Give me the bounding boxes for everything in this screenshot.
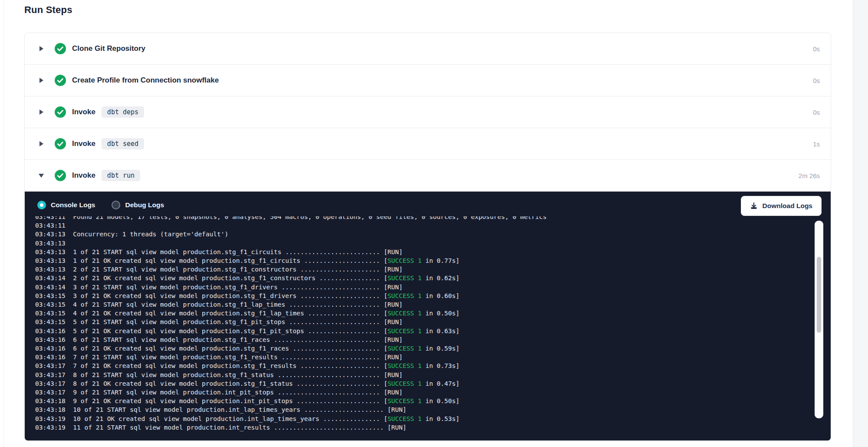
log-toolbar: Console Logs Debug Logs Download Logs	[25, 192, 831, 219]
run-steps-list: Clone Git Repository 0s Create Profile f…	[25, 33, 831, 192]
log-line: 03:43:17 8 of 21 START sql view model pr…	[35, 371, 810, 379]
step-duration: 0s	[813, 109, 820, 116]
step-command-badge: dbt run	[102, 170, 140, 181]
debug-logs-radio[interactable]: Debug Logs	[112, 201, 164, 209]
log-line: 03:43:13 2 of 21 START sql view model pr…	[35, 265, 810, 274]
expand-chevron-icon[interactable]	[39, 109, 44, 116]
log-scrollbar-track[interactable]	[815, 221, 823, 418]
log-line: 03:43:14 3 of 21 START sql view model pr…	[35, 283, 810, 291]
radio-selected-icon[interactable]	[37, 201, 46, 209]
step-row[interactable]: Invoke dbt seed 1s	[25, 128, 831, 160]
step-label: Invoke	[72, 139, 95, 148]
log-line: 03:43:19 11 of 21 START sql view model p…	[35, 423, 810, 432]
download-logs-button[interactable]: Download Logs	[741, 196, 822, 216]
log-line: 03:43:15 4 of 21 START sql view model pr…	[35, 300, 810, 309]
log-line: 03:43:11 Found 21 models, 17 tests, 0 sn…	[35, 216, 810, 221]
page-left-divider	[3, 0, 4, 447]
log-line: 03:43:13 1 of 21 START sql view model pr…	[35, 248, 810, 256]
debug-logs-label: Debug Logs	[125, 201, 164, 209]
log-line: 03:43:13	[35, 239, 810, 248]
log-line: 03:43:13 1 of 21 OK created sql view mod…	[35, 256, 810, 265]
expand-chevron-icon[interactable]	[39, 172, 44, 179]
expand-chevron-icon[interactable]	[39, 140, 44, 147]
page-right-gutter	[853, 0, 868, 447]
log-line: 03:43:17 7 of 21 OK created sql view mod…	[35, 361, 810, 370]
log-line: 03:43:14 2 of 21 OK created sql view mod…	[35, 274, 810, 282]
run-steps-card: Clone Git Repository 0s Create Profile f…	[24, 33, 831, 441]
log-line: 03:43:15 5 of 21 START sql view model pr…	[35, 318, 810, 326]
log-line: 03:43:17 9 of 21 START sql view model pr…	[35, 388, 810, 397]
step-row[interactable]: Invoke dbt deps 0s	[25, 96, 831, 128]
console-log-output[interactable]: 03:43:11 Found 21 models, 17 tests, 0 sn…	[35, 216, 810, 441]
log-line: 03:43:16 7 of 21 START sql view model pr…	[35, 353, 810, 361]
log-line: 03:43:11	[35, 221, 810, 230]
success-check-icon	[55, 43, 66, 54]
log-line: 03:43:18 9 of 21 OK created sql view mod…	[35, 397, 810, 405]
step-label: Create Profile from Connection snowflake	[72, 76, 219, 85]
download-logs-label: Download Logs	[763, 202, 812, 210]
step-duration: 0s	[813, 45, 820, 53]
success-check-icon	[55, 75, 66, 86]
expand-chevron-icon[interactable]	[39, 77, 44, 84]
log-line: 03:43:18 10 of 21 START sql view model p…	[35, 405, 810, 414]
expand-chevron-icon[interactable]	[39, 45, 44, 52]
step-row[interactable]: Clone Git Repository 0s	[25, 33, 831, 65]
success-check-icon	[55, 138, 66, 149]
step-duration: 2m 26s	[799, 172, 820, 179]
log-line: 03:43:16 6 of 21 OK created sql view mod…	[35, 344, 810, 353]
log-line: 03:43:16 6 of 21 START sql view model pr…	[35, 335, 810, 344]
log-line: 03:43:17 8 of 21 OK created sql view mod…	[35, 379, 810, 388]
log-scrollbar-thumb[interactable]	[817, 257, 821, 333]
log-line: 03:43:15 3 of 21 OK created sql view mod…	[35, 291, 810, 300]
page-title: Run Steps	[24, 4, 72, 16]
step-label: Invoke	[72, 171, 95, 180]
step-duration: 1s	[813, 140, 820, 148]
step-command-badge: dbt deps	[102, 106, 144, 118]
download-icon	[750, 202, 758, 210]
step-duration: 0s	[813, 77, 820, 84]
step-command-badge: dbt seed	[102, 138, 144, 149]
log-line: 03:43:13 Concurrency: 1 threads (target=…	[35, 230, 810, 238]
log-line: 03:43:15 4 of 21 OK created sql view mod…	[35, 309, 810, 318]
console-logs-label: Console Logs	[51, 201, 95, 209]
step-label: Clone Git Repository	[72, 44, 145, 53]
log-panel: Console Logs Debug Logs Download Logs 03…	[25, 192, 831, 441]
step-row[interactable]: Create Profile from Connection snowflake…	[25, 65, 831, 96]
log-line: 03:43:19 10 of 21 OK created sql view mo…	[35, 414, 810, 423]
step-row[interactable]: Invoke dbt run 2m 26s	[25, 160, 831, 192]
console-logs-radio[interactable]: Console Logs	[37, 201, 95, 209]
success-check-icon	[55, 170, 66, 181]
log-line: 03:43:16 5 of 21 OK created sql view mod…	[35, 327, 810, 335]
radio-unselected-icon[interactable]	[112, 201, 120, 209]
step-label: Invoke	[72, 108, 95, 116]
success-check-icon	[55, 106, 66, 118]
